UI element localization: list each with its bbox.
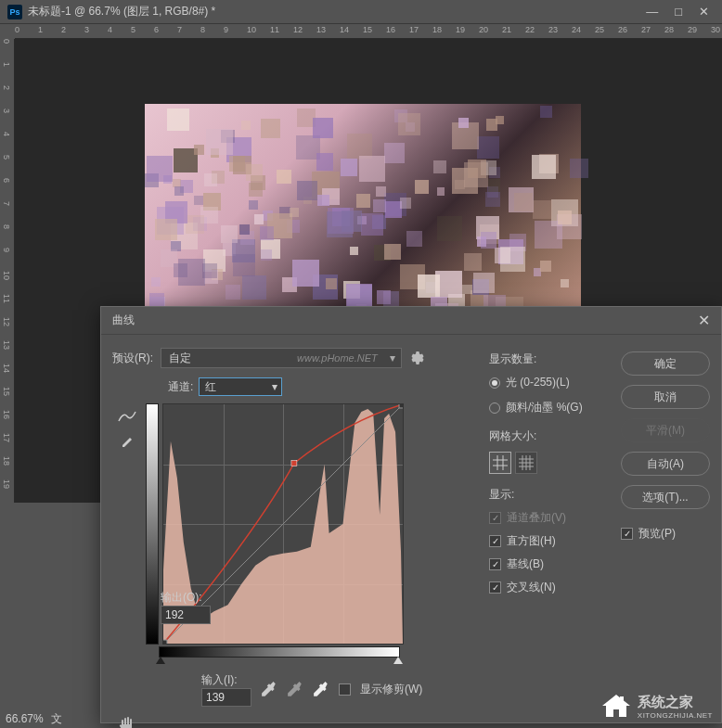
- channel-select[interactable]: 红: [199, 377, 282, 396]
- doc-info: 文: [51, 711, 62, 727]
- svg-rect-3: [399, 404, 403, 408]
- svg-rect-1: [291, 461, 297, 466]
- dialog-title: 曲线: [112, 313, 135, 328]
- show-clipping-label: 显示修剪(W): [360, 682, 422, 697]
- output-gradient: [146, 403, 159, 645]
- document-title: 未标题-1 @ 66.7% (图层 1, RGB/8#) *: [28, 4, 215, 19]
- pigment-radio[interactable]: 颜料/油墨 %(G): [489, 400, 610, 415]
- input-input[interactable]: [201, 688, 251, 707]
- baseline-checkbox[interactable]: 基线(B): [489, 556, 610, 572]
- output-input[interactable]: [161, 606, 211, 624]
- channel-overlay-checkbox[interactable]: 通道叠加(V): [489, 510, 610, 526]
- intersection-checkbox[interactable]: 交叉线(N): [489, 580, 610, 595]
- pencil-tool[interactable]: [115, 431, 139, 450]
- house-icon: [600, 693, 632, 721]
- close-icon[interactable]: ✕: [698, 312, 710, 329]
- show-title: 显示:: [489, 487, 610, 503]
- output-label: 输出(O):: [161, 590, 211, 606]
- auto-button[interactable]: 自动(A): [621, 452, 710, 476]
- close-window-button[interactable]: ✕: [699, 5, 709, 19]
- show-clipping-checkbox[interactable]: [339, 683, 351, 696]
- smooth-button: 平滑(M): [621, 418, 710, 442]
- eyedropper-gray-icon[interactable]: [287, 682, 303, 698]
- input-label: 输入(I):: [201, 672, 251, 688]
- minimize-button[interactable]: ―: [646, 5, 658, 19]
- curves-dialog: 曲线 ✕ 预设(R): 自定 通道: 红: [100, 306, 722, 723]
- options-button[interactable]: 选项(T)...: [621, 485, 710, 509]
- histogram-checkbox[interactable]: 直方图(H): [489, 533, 610, 549]
- ruler-horizontal: 0123456789101112131415161718192021222324…: [15, 24, 722, 39]
- light-radio[interactable]: 光 (0-255)(L): [489, 375, 610, 390]
- app-icon: Ps: [7, 5, 22, 19]
- grid-size-title: 网格大小:: [489, 428, 610, 444]
- gear-icon[interactable]: [409, 351, 424, 365]
- display-amount-title: 显示数量:: [489, 351, 610, 367]
- curve-tool[interactable]: [115, 407, 139, 426]
- ruler-vertical: 012345678910111213141516171819: [0, 39, 15, 503]
- zoom-level[interactable]: 66.67%: [6, 712, 44, 725]
- ok-button[interactable]: 确定: [621, 351, 710, 376]
- statusbar: 66.67% 文: [0, 709, 68, 728]
- titlebar: Ps 未标题-1 @ 66.7% (图层 1, RGB/8#) * ― □ ✕: [0, 0, 722, 24]
- maximize-button[interactable]: □: [675, 5, 682, 19]
- channel-label: 通道:: [168, 379, 193, 395]
- preset-label: 预设(R):: [112, 351, 153, 366]
- site-logo: 系统之家 XITONGZHIJIA.NET: [600, 693, 713, 721]
- hand-icon[interactable]: [118, 716, 138, 728]
- logo-url: XITONGZHIJIA.NET: [638, 711, 713, 720]
- watermark: www.pHome.NET: [297, 352, 378, 364]
- svg-rect-2: [163, 640, 167, 644]
- preview-checkbox[interactable]: 预览(P): [621, 526, 710, 542]
- cancel-button[interactable]: 取消: [621, 385, 710, 409]
- logo-name: 系统之家: [638, 694, 713, 711]
- eyedropper-black-icon[interactable]: [261, 682, 277, 698]
- svg-rect-14: [620, 696, 624, 702]
- grid-small-icon[interactable]: [489, 452, 511, 474]
- grid-large-icon[interactable]: [515, 452, 537, 474]
- input-gradient: [159, 646, 400, 658]
- eyedropper-white-icon[interactable]: [313, 682, 329, 698]
